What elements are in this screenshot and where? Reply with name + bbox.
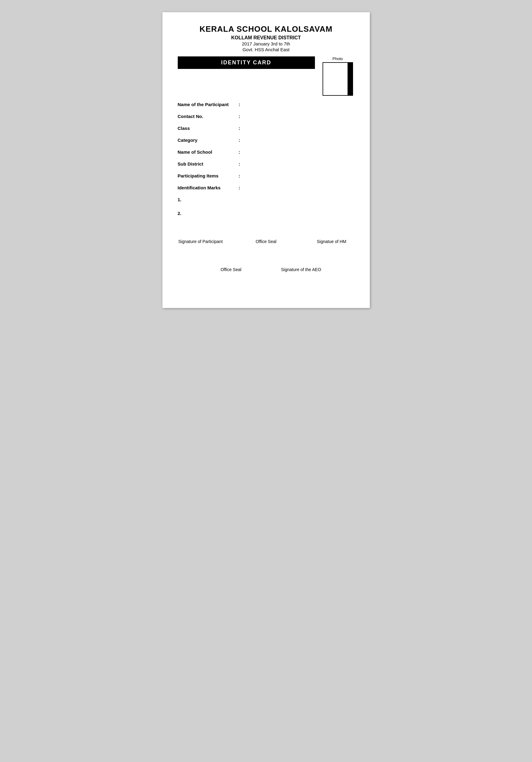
colon-school: : <box>239 149 240 155</box>
field-class: Class : <box>178 126 354 131</box>
field-category: Category : <box>178 137 354 143</box>
sig-hm-col: Signatue of HM <box>309 225 354 244</box>
value-name-of-participant <box>244 106 354 106</box>
photo-label: Photo <box>333 56 343 61</box>
sig-aeo-label: Signature of the AEO <box>281 267 321 272</box>
id-marks-section: 1. 2. <box>178 197 354 216</box>
sig-participant-col: Signature of Participant <box>178 225 223 244</box>
sig-office-seal-col-1: Office Seal <box>243 225 289 244</box>
sig-hm-space <box>309 225 354 237</box>
sig-office-seal-space-1 <box>243 225 289 237</box>
sig-office-seal-space-2 <box>208 253 254 265</box>
value-participating-items <box>244 177 354 178</box>
field-name-of-participant: Name of the Participant : <box>178 102 354 107</box>
field-identification-marks: Identification Marks : <box>178 185 354 190</box>
value-identification-marks <box>244 189 354 190</box>
colon-participating: : <box>239 173 240 178</box>
main-title: KERALA SCHOOL KALOLSAVAM <box>178 25 354 34</box>
sig-hm-label: Signatue of HM <box>317 239 346 244</box>
label-contact-no: Contact No. <box>178 114 239 119</box>
label-sub-district: Sub District <box>178 161 239 167</box>
colon-name: : <box>239 102 240 107</box>
colon-sub-district: : <box>239 161 240 167</box>
colon-class: : <box>239 126 240 131</box>
field-sub-district: Sub District : <box>178 161 354 167</box>
id-mark-2-number: 2. <box>178 211 182 216</box>
fields-section: Name of the Participant : Contact No. : … <box>178 102 354 190</box>
photo-wrapper: Photo <box>321 56 354 96</box>
value-contact-no <box>244 118 354 118</box>
identity-card-bar: IDENTITY CARD <box>178 56 315 69</box>
label-identification-marks: Identification Marks <box>178 185 239 190</box>
photo-box-accent <box>347 63 353 95</box>
colon-contact: : <box>239 114 240 119</box>
value-school-name <box>244 153 354 154</box>
event-date: 2017 January 3rd to 7th <box>178 41 354 46</box>
event-location: Govt. HSS Anchal East <box>178 47 354 52</box>
photo-box <box>323 62 353 96</box>
subtitle: KOLLAM REVENUE DISTRICT <box>178 35 354 40</box>
identity-bar-row: IDENTITY CARD Photo <box>178 56 354 96</box>
id-mark-1: 1. <box>178 197 354 202</box>
signatures-row-2: Office Seal Signature of the AEO <box>178 253 354 272</box>
sig-office-seal-label-1: Office Seal <box>256 239 276 244</box>
label-name-of-participant: Name of the Participant <box>178 102 239 107</box>
label-school-name: Name of School <box>178 149 239 155</box>
sig-participant-label: Signature of Participant <box>178 239 223 244</box>
value-class <box>244 129 354 130</box>
field-participating-items: Participating Items : <box>178 173 354 178</box>
identity-card-label: IDENTITY CARD <box>221 59 271 66</box>
sig-participant-space <box>178 225 223 237</box>
id-mark-1-number: 1. <box>178 197 182 202</box>
label-class: Class <box>178 126 239 131</box>
sig-office-seal-label-2: Office Seal <box>220 267 241 272</box>
id-mark-2: 2. <box>178 211 354 216</box>
value-sub-district <box>244 165 354 166</box>
colon-identification: : <box>239 185 240 190</box>
sig-aeo-col: Signature of the AEO <box>278 253 324 272</box>
sig-office-seal-col-2: Office Seal <box>208 253 254 272</box>
identity-card: KERALA SCHOOL KALOLSAVAM KOLLAM REVENUE … <box>163 12 370 308</box>
field-contact-no: Contact No. : <box>178 114 354 119</box>
sig-aeo-space <box>278 253 324 265</box>
label-category: Category <box>178 137 239 143</box>
value-category <box>244 141 354 142</box>
colon-category: : <box>239 137 240 143</box>
label-participating-items: Participating Items <box>178 173 239 178</box>
card-header: KERALA SCHOOL KALOLSAVAM KOLLAM REVENUE … <box>178 25 354 52</box>
signatures-row-1: Signature of Participant Office Seal Sig… <box>178 225 354 244</box>
field-school-name: Name of School : <box>178 149 354 155</box>
